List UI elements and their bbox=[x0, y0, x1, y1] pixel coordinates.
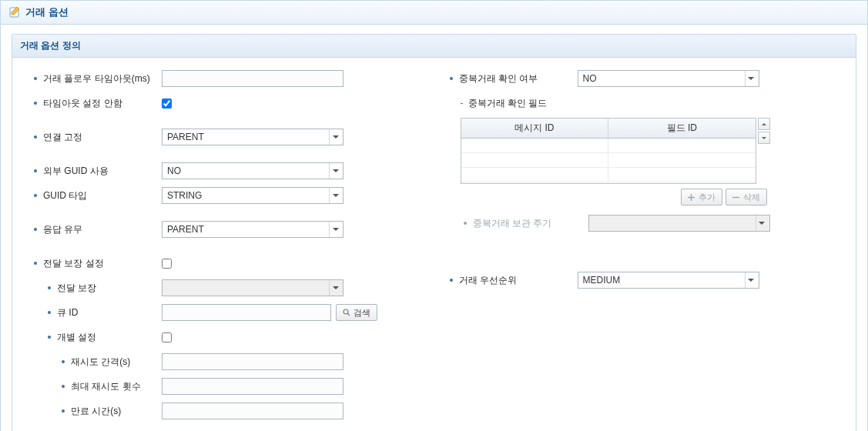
row-priority: 거래 우선순위 MEDIUM bbox=[450, 270, 827, 290]
guid-type-label: GUID 타입 bbox=[43, 189, 87, 202]
guid-type-select[interactable]: STRING bbox=[162, 187, 344, 204]
row-response: 응답 유무 PARENT bbox=[34, 219, 411, 239]
retry-interval-input[interactable] bbox=[162, 353, 344, 370]
ext-guid-label: 외부 GUID 사용 bbox=[43, 165, 109, 178]
delivery-guarantee-select[interactable] bbox=[162, 279, 344, 296]
add-button-label: 추가 bbox=[699, 192, 716, 203]
chevron-down-icon bbox=[329, 129, 341, 145]
max-retry-input[interactable] bbox=[162, 378, 344, 395]
dup-field-table-wrap: 메시지 ID 필드 ID bbox=[461, 118, 827, 184]
row-dup-field: -중복거래 확인 필드 bbox=[450, 93, 827, 113]
section-definition: 거래 옵션 정의 거래 플로우 타임아웃(ms) 타임아웃 설정 안함 연결 고… bbox=[12, 34, 856, 431]
table-actions: 추가 삭제 bbox=[461, 189, 767, 205]
priority-label: 거래 우선순위 bbox=[459, 274, 517, 287]
panel-header: 거래 옵션 bbox=[1, 1, 867, 25]
guid-type-value: STRING bbox=[167, 190, 202, 201]
retry-interval-label: 재시도 간격(s) bbox=[71, 356, 130, 369]
svg-line-2 bbox=[347, 313, 350, 316]
dup-field-table: 메시지 ID 필드 ID bbox=[461, 118, 756, 184]
table-row[interactable] bbox=[461, 153, 756, 168]
plus-icon bbox=[688, 193, 695, 201]
dup-check-select[interactable]: NO bbox=[578, 70, 759, 87]
queue-id-input[interactable] bbox=[162, 304, 331, 321]
priority-select[interactable]: MEDIUM bbox=[578, 272, 759, 289]
expire-label: 만료 시간(s) bbox=[71, 405, 121, 418]
conn-fix-select[interactable]: PARENT bbox=[162, 129, 344, 145]
indiv-set-checkbox[interactable] bbox=[162, 332, 172, 342]
row-retry-interval: 재시도 간격(s) bbox=[34, 352, 411, 372]
row-queue-id: 큐 ID 검색 bbox=[34, 302, 411, 322]
dup-field-label: 중복거래 확인 필드 bbox=[468, 97, 548, 110]
dup-check-label: 중복거래 확인 여부 bbox=[459, 72, 538, 85]
delivery-guarantee-label: 전달 보장 bbox=[57, 282, 96, 295]
section-title: 거래 옵션 정의 bbox=[12, 35, 856, 58]
flow-timeout-label: 거래 플로우 타임아웃(ms) bbox=[43, 72, 150, 85]
dup-keep-label: 중복거래 보관 주기 bbox=[473, 217, 552, 230]
search-button[interactable]: 검색 bbox=[336, 304, 377, 321]
col-message-id: 메시지 ID bbox=[461, 119, 609, 138]
search-button-label: 검색 bbox=[354, 307, 370, 319]
add-button[interactable]: 추가 bbox=[681, 189, 722, 205]
row-conn-fix: 연결 고정 PARENT bbox=[34, 127, 411, 147]
delivery-guarantee-set-checkbox[interactable] bbox=[162, 259, 172, 269]
priority-value: MEDIUM bbox=[583, 275, 621, 286]
row-indiv-set: 개별 설정 bbox=[34, 327, 411, 347]
response-value: PARENT bbox=[167, 224, 204, 235]
row-expire: 만료 시간(s) bbox=[34, 401, 411, 421]
row-timeout-noset: 타임아웃 설정 안함 bbox=[34, 93, 411, 113]
row-dup-keep: 중복거래 보관 주기 bbox=[450, 213, 827, 233]
table-scroll bbox=[758, 118, 770, 144]
table-body bbox=[461, 139, 756, 183]
form-area: 거래 플로우 타임아웃(ms) 타임아웃 설정 안함 연결 고정 PARENT bbox=[12, 58, 856, 431]
chevron-down-icon bbox=[762, 137, 766, 139]
row-delivery-guarantee-set: 전달 보장 설정 bbox=[34, 253, 411, 273]
col-field-id: 필드 ID bbox=[608, 119, 756, 138]
ext-guid-select[interactable]: NO bbox=[162, 162, 344, 179]
chevron-down-icon bbox=[329, 188, 341, 203]
timeout-noset-label: 타임아웃 설정 안함 bbox=[43, 97, 122, 110]
table-header: 메시지 ID 필드 ID bbox=[461, 119, 756, 139]
flow-timeout-input[interactable] bbox=[162, 70, 344, 87]
row-max-retry: 최대 재시도 횟수 bbox=[34, 376, 411, 396]
delivery-guarantee-set-label: 전달 보장 설정 bbox=[43, 257, 104, 270]
row-ext-guid: 외부 GUID 사용 NO bbox=[34, 161, 411, 181]
table-row[interactable] bbox=[461, 139, 756, 153]
queue-id-label: 큐 ID bbox=[57, 306, 78, 319]
svg-point-1 bbox=[344, 309, 348, 314]
search-icon bbox=[343, 309, 350, 316]
dash-icon: - bbox=[461, 98, 464, 109]
scroll-down-button[interactable] bbox=[758, 132, 770, 144]
minus-icon bbox=[732, 193, 740, 201]
indiv-set-label: 개별 설정 bbox=[57, 331, 96, 344]
chevron-up-icon bbox=[762, 123, 766, 125]
max-retry-label: 최대 재시도 횟수 bbox=[71, 380, 141, 393]
conn-fix-value: PARENT bbox=[167, 132, 204, 142]
chevron-down-icon bbox=[745, 272, 757, 288]
delete-button[interactable]: 삭제 bbox=[726, 189, 767, 205]
row-dup-check: 중복거래 확인 여부 NO bbox=[450, 68, 827, 89]
delete-button-label: 삭제 bbox=[743, 192, 760, 203]
timeout-noset-checkbox[interactable] bbox=[162, 99, 172, 109]
row-flow-timeout: 거래 플로우 타임아웃(ms) bbox=[34, 68, 411, 89]
chevron-down-icon bbox=[329, 163, 341, 179]
dup-check-value: NO bbox=[583, 73, 597, 84]
conn-fix-label: 연결 고정 bbox=[43, 131, 82, 144]
panel-trade-options: 거래 옵션 거래 옵션 정의 거래 플로우 타임아웃(ms) 타임아웃 설정 안… bbox=[0, 0, 868, 431]
ext-guid-value: NO bbox=[167, 165, 181, 176]
response-select[interactable]: PARENT bbox=[162, 221, 344, 238]
right-column: 중복거래 확인 여부 NO -중복거래 확인 필드 메시지 ID bbox=[434, 68, 850, 426]
chevron-down-icon bbox=[756, 216, 768, 231]
chevron-down-icon bbox=[329, 222, 341, 237]
chevron-down-icon bbox=[745, 71, 757, 86]
table-row[interactable] bbox=[461, 168, 756, 182]
expire-input[interactable] bbox=[162, 403, 344, 419]
left-column: 거래 플로우 타임아웃(ms) 타임아웃 설정 안함 연결 고정 PARENT bbox=[18, 68, 434, 426]
chevron-down-icon bbox=[329, 280, 341, 296]
response-label: 응답 유무 bbox=[43, 223, 82, 236]
dup-keep-select[interactable] bbox=[588, 215, 770, 232]
panel-title: 거래 옵션 bbox=[25, 5, 69, 19]
row-delivery-guarantee: 전달 보장 bbox=[34, 278, 411, 298]
edit-icon bbox=[8, 6, 21, 18]
scroll-up-button[interactable] bbox=[758, 118, 770, 130]
row-guid-type: GUID 타입 STRING bbox=[34, 185, 411, 205]
